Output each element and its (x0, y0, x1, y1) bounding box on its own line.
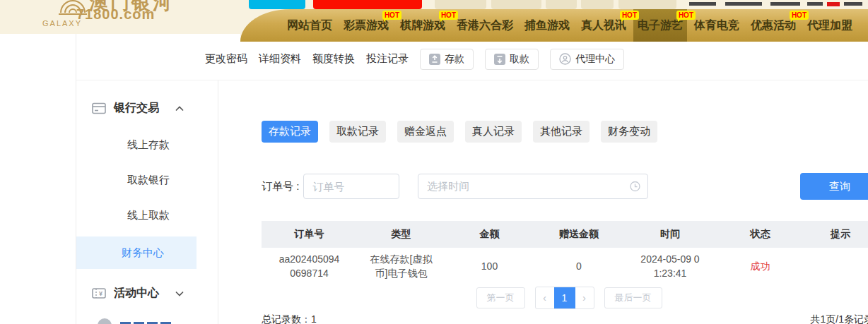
clock-icon[interactable] (630, 181, 640, 192)
agent-icon (559, 53, 571, 65)
page: 网站首页 彩票游戏HOT 棋牌游戏HOT 香港六合彩 捕鱼游戏 真人视讯HOT … (0, 0, 868, 324)
sidebar-item-finance-center[interactable]: 财务中心 (76, 236, 197, 269)
nav-item-lottery[interactable]: 彩票游戏HOT (339, 9, 393, 42)
col-time: 时间 (624, 221, 716, 248)
nav-item-live-casino[interactable]: 真人视讯HOT (577, 9, 631, 42)
current-page[interactable]: 1 (554, 287, 575, 308)
tab-other-records[interactable]: 其他记录 (533, 121, 590, 143)
nav-item-label: 电子游艺 (638, 18, 683, 33)
topbar-button[interactable] (313, 0, 422, 9)
nav-item-agent-join[interactable]: 代理加盟 (803, 9, 857, 42)
hot-badge: HOT (676, 11, 696, 20)
nav-item-label: 体育电竞 (694, 18, 739, 33)
link-credit-transfer[interactable]: 额度转换 (312, 52, 355, 66)
nav-item-label: 棋牌游戏 (400, 18, 445, 33)
agent-center-button[interactable]: 代理中心 (550, 49, 624, 70)
filter-row: 订单号 : 选择时间 查询 (262, 174, 868, 199)
main-nav: 网站首页 彩票游戏HOT 棋牌游戏HOT 香港六合彩 捕鱼游戏 真人视讯HOT … (283, 9, 868, 42)
cell-type: 在线存款[虚拟币]电子钱包 (357, 248, 445, 284)
user-nav: 更改密码 详细资料 额度转换 投注记录 存款 取款 代理中心 (0, 42, 868, 76)
nav-item-label: 代理加盟 (807, 18, 852, 33)
sidebar-section-bank-transactions[interactable]: 银行交易 (76, 90, 218, 127)
sidebar-section-label: 银行交易 (114, 101, 159, 116)
topbar-button[interactable] (435, 0, 486, 9)
sidebar-item-withdraw-bank[interactable]: 取款银行 (76, 162, 218, 198)
col-status: 状态 (716, 221, 804, 248)
nav-item-label: 网站首页 (287, 18, 332, 33)
last-page-button[interactable]: 最后一页 (604, 287, 662, 308)
col-order-number: 订单号 (262, 221, 357, 248)
hot-badge: HOT (620, 11, 639, 20)
circle-icon (98, 318, 112, 324)
query-button[interactable]: 查询 (800, 173, 868, 200)
cell-status: 成功 (716, 248, 804, 284)
table-row: aa2024050940698714 在线存款[虚拟币]电子钱包 100 0 2… (262, 248, 868, 284)
nav-item-label: 彩票游戏 (344, 18, 389, 33)
page-summary-label: 共1页/1条记录 (811, 313, 868, 324)
withdraw-button-label: 取款 (510, 53, 529, 66)
status-badge: 成功 (751, 260, 770, 272)
nav-item-fishing[interactable]: 捕鱼游戏 (520, 9, 574, 42)
col-type: 类型 (357, 221, 445, 248)
nav-item-hk-lottery[interactable]: 香港六合彩 (452, 9, 517, 42)
hot-badge: HOT (382, 11, 401, 20)
brand-logo[interactable]: 澳门银河 71800.com GALAXY (0, 0, 242, 34)
table-header-row: 订单号 类型 金额 赠送金额 时间 状态 提示 (262, 221, 868, 248)
tab-bonus-rebate[interactable]: 赠金返点 (397, 121, 454, 143)
sidebar-item-clipped[interactable] (98, 318, 218, 324)
withdraw-icon (494, 54, 505, 65)
topbar-button[interactable] (249, 0, 305, 9)
withdraw-button[interactable]: 取款 (485, 49, 539, 70)
deposit-button[interactable]: 存款 (420, 49, 474, 70)
tab-finance-changes[interactable]: 财务变动 (601, 121, 657, 143)
link-profile[interactable]: 详细资料 (259, 52, 301, 66)
next-page-icon[interactable]: › (575, 287, 594, 308)
col-amount: 金额 (445, 221, 534, 248)
main-content: 存款记录 取款记录 赠金返点 真人记录 其他记录 财务变动 订单号 : 选择时间… (218, 80, 868, 324)
hot-badge: HOT (439, 11, 458, 20)
record-tabs: 存款记录 取款记录 赠金返点 真人记录 其他记录 财务变动 (262, 121, 868, 143)
tab-live-records[interactable]: 真人记录 (465, 121, 522, 143)
link-change-password[interactable]: 更改密码 (205, 52, 247, 66)
total-records-label: 总记录数：1 (262, 313, 317, 324)
nav-item-home[interactable]: 网站首页 (283, 9, 336, 42)
cell-bonus-amount: 0 (534, 248, 624, 284)
hot-badge: HOT (790, 11, 809, 20)
order-number-input[interactable] (303, 174, 399, 199)
first-page-button[interactable]: 第一页 (476, 287, 525, 308)
sidebar-item-online-withdraw[interactable]: 线上取款 (76, 198, 218, 233)
deposit-button-label: 存款 (445, 53, 464, 66)
nav-item-esports[interactable]: 体育电竞 (690, 9, 744, 42)
chevron-up-icon (175, 106, 184, 112)
topbar-button[interactable] (546, 0, 577, 9)
topbar-button[interactable] (581, 0, 614, 9)
bank-card-icon (92, 102, 106, 114)
cell-remark (804, 248, 868, 284)
sidebar-section-activity-center[interactable]: ¥ 活动中心 (76, 275, 218, 312)
page-group: ‹ 1 › (535, 287, 594, 309)
ticket-icon: ¥ (92, 287, 106, 299)
tab-withdraw-records[interactable]: 取款记录 (329, 121, 386, 143)
topbar-button[interactable] (491, 0, 541, 9)
col-remark: 提示 (804, 221, 868, 248)
topbar-button[interactable] (618, 0, 676, 9)
nav-item-label: 优惠活动 (751, 18, 796, 33)
order-number-label: 订单号 : (262, 180, 299, 193)
time-range-picker[interactable]: 选择时间 (418, 174, 648, 199)
nav-item-board-games[interactable]: 棋牌游戏HOT (396, 9, 450, 42)
sidebar-item-online-deposit[interactable]: 线上存款 (76, 127, 218, 162)
svg-text:¥: ¥ (99, 290, 102, 297)
prev-page-icon[interactable]: ‹ (536, 287, 554, 308)
main-nav-bar: 网站首页 彩票游戏HOT 棋牌游戏HOT 香港六合彩 捕鱼游戏 真人视讯HOT … (240, 9, 868, 42)
tab-deposit-records[interactable]: 存款记录 (262, 121, 318, 143)
nav-item-label: 捕鱼游戏 (524, 18, 570, 33)
table-footer: 总记录数：1 共1页/1条记录 (262, 313, 868, 324)
nav-item-promotions[interactable]: 优惠活动HOT (746, 9, 800, 42)
nav-item-slots-active[interactable]: 电子游艺HOT (633, 9, 687, 42)
pagination: 第一页 ‹ 1 › 最后一页 (262, 287, 868, 309)
brand-galaxy: GALAXY (42, 19, 82, 28)
col-bonus-amount: 赠送金额 (534, 221, 624, 248)
nav-item-label: 真人视讯 (581, 18, 626, 33)
cell-amount: 100 (445, 248, 534, 284)
link-bet-records[interactable]: 投注记录 (366, 52, 409, 66)
